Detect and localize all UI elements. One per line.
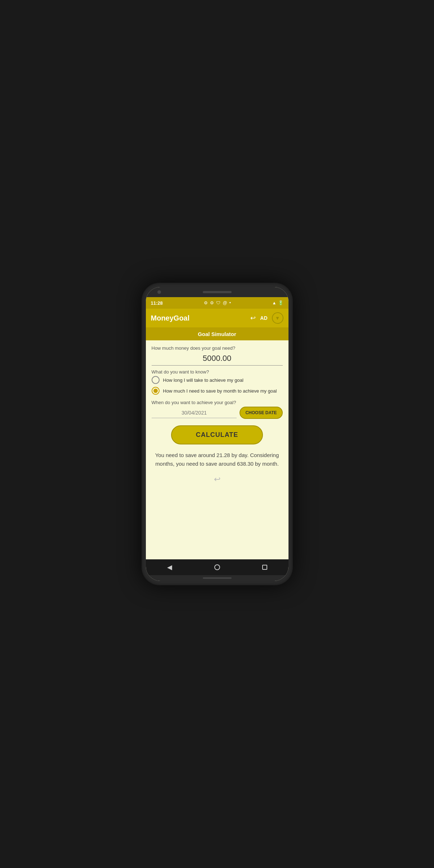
ad-label: AD: [260, 315, 267, 321]
radio-circle-2: [152, 387, 160, 395]
recents-icon: [262, 565, 267, 570]
know-question: What do you want to know?: [152, 369, 283, 375]
app-bar-actions: ↩ AD ▼: [250, 312, 283, 324]
phone-frame: 11:28 ⚙ ⚙ 🛡 @ • ▲ 🔋 MoneyGoal ↩ AD ▼: [142, 283, 293, 585]
calculate-button[interactable]: CALCULATE: [171, 425, 263, 444]
phone-bottom-bar: [146, 575, 288, 581]
camera: [157, 290, 161, 294]
back-button[interactable]: ◀: [163, 561, 176, 574]
radio-label-2: How much I need to save by month to achi…: [163, 388, 277, 394]
know-section: What do you want to know? How long I wil…: [152, 369, 283, 396]
radio-item-1[interactable]: How long I will take to achieve my goal: [152, 376, 283, 384]
when-question: When do you want to achieve your goal?: [152, 400, 283, 405]
dot-icon: •: [229, 300, 231, 305]
dropdown-button[interactable]: ▼: [272, 312, 283, 324]
choose-date-button[interactable]: CHOOSE DATE: [240, 407, 282, 419]
shield-icon: 🛡: [216, 300, 220, 305]
subtitle-bar: Goal Simulator: [146, 327, 288, 340]
back-icon: ◀: [167, 563, 172, 571]
settings-icon-2: ⚙: [210, 300, 214, 305]
phone-top-bar: [146, 287, 288, 297]
home-icon: [214, 564, 220, 570]
date-section: When do you want to achieve your goal? C…: [152, 400, 283, 419]
radio-label-1: How long I will take to achieve my goal: [163, 377, 243, 383]
signal-icon: ▲: [272, 300, 277, 305]
app-bar: MoneyGoal ↩ AD ▼: [146, 309, 288, 327]
bottom-nav: ◀: [146, 559, 288, 575]
result-text: You need to save around 21.28 by day. Co…: [152, 451, 283, 468]
bottom-speaker: [203, 577, 232, 579]
app-title: MoneyGoal: [151, 314, 190, 322]
radio-item-2[interactable]: How much I need to save by month to achi…: [152, 387, 283, 395]
amount-input[interactable]: [152, 352, 283, 366]
undo-button[interactable]: ↩: [250, 314, 256, 322]
battery-icon: 🔋: [278, 300, 283, 305]
status-right: ▲ 🔋: [272, 300, 283, 305]
at-icon: @: [223, 300, 227, 305]
date-row: CHOOSE DATE: [152, 407, 283, 419]
speaker: [203, 291, 232, 293]
status-bar: 11:28 ⚙ ⚙ 🛡 @ • ▲ 🔋: [146, 297, 288, 309]
date-input[interactable]: [152, 408, 237, 418]
main-content: How much money does your goal need? What…: [146, 340, 288, 559]
undo-icon-area: ↩: [152, 475, 283, 484]
home-button[interactable]: [211, 561, 224, 574]
status-time: 11:28: [151, 300, 163, 306]
radio-group: How long I will take to achieve my goal …: [152, 376, 283, 395]
settings-icon-1: ⚙: [204, 300, 208, 305]
chevron-down-icon: ▼: [275, 315, 280, 321]
amount-question: How much money does your goal need?: [152, 345, 283, 351]
radio-circle-1: [152, 376, 160, 384]
amount-section: How much money does your goal need?: [152, 345, 283, 366]
undo-icon[interactable]: ↩: [214, 475, 220, 484]
phone-screen: 11:28 ⚙ ⚙ 🛡 @ • ▲ 🔋 MoneyGoal ↩ AD ▼: [146, 287, 288, 581]
radio-inner-2: [153, 389, 158, 393]
page-title: Goal Simulator: [198, 331, 236, 337]
recents-button[interactable]: [258, 561, 271, 574]
status-icons: ⚙ ⚙ 🛡 @ •: [204, 300, 231, 305]
